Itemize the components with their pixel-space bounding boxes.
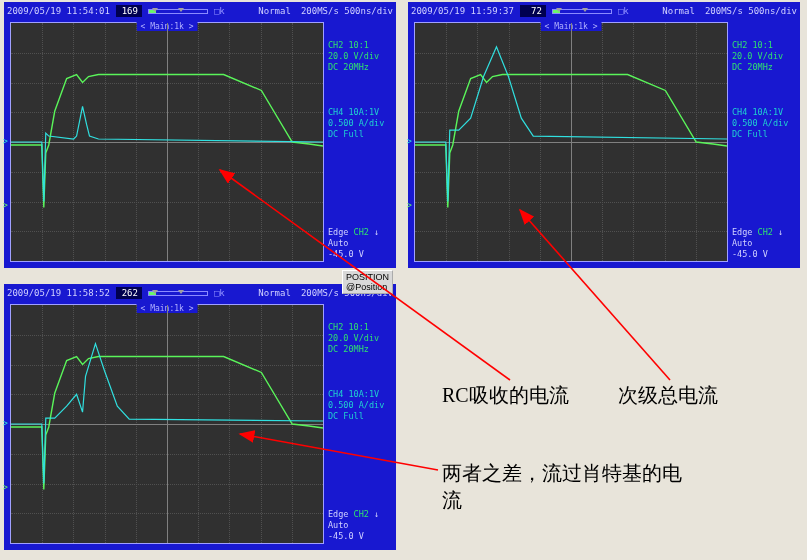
memory-bar (148, 9, 208, 14)
datetime-label: 2009/05/19 11:58:52 (7, 288, 110, 298)
mode-label: Normal (662, 6, 695, 16)
trig-level: -45.0 V (328, 249, 386, 260)
ch4-scale: 0.500 A/div (732, 118, 790, 129)
position-button[interactable]: POSITION @Position (342, 270, 393, 294)
plot-area: < Main:1k > (414, 22, 728, 262)
scope-header: 2009/05/19 11:54:01 169 □k Normal 200MS/… (4, 2, 396, 20)
ch2-info: CH2 10:1 20.0 V/div DC 20MHz (328, 40, 386, 73)
ch4-info: CH4 10A:1V 0.500 A/div DC Full (328, 107, 386, 140)
scope-top-right: 2009/05/19 11:59:37 72 □k Normal 200MS/s… (408, 2, 800, 268)
trig-slope-icon: ↓ (374, 227, 379, 237)
ch2-scale: 20.0 V/div (328, 51, 386, 62)
trigger-info: Edge CH2 ↓ Auto -45.0 V (732, 227, 790, 260)
ch-icon: □k (618, 6, 629, 16)
ch2-coupling: DC 20MHz (328, 62, 386, 73)
sample-label: 200MS/s 500ns/div (301, 6, 393, 16)
ch4-zero-marker (3, 419, 8, 428)
ch2-scale: 20.0 V/div (732, 51, 790, 62)
scope-header: 2009/05/19 11:58:52 262 □k Normal 200MS/… (4, 284, 396, 302)
ch4-scale: 0.500 A/div (328, 118, 386, 129)
ch4-zero-marker (407, 137, 412, 146)
side-panel: CH2 10:1 20.0 V/div DC 20MHz CH4 10A:1V … (728, 20, 790, 266)
trig-slope-icon: ↓ (374, 509, 379, 519)
ch2-label: CH2 10:1 (328, 322, 386, 333)
ch4-info: CH4 10A:1V 0.500 A/div DC Full (328, 389, 386, 422)
trig-slope-icon: ↓ (778, 227, 783, 237)
trig-auto: Auto (328, 520, 386, 531)
trig-level: -45.0 V (732, 249, 790, 260)
ch4-label: CH4 10A:1V (328, 389, 386, 400)
trig-auto: Auto (732, 238, 790, 249)
trig-ch: CH2 (354, 227, 369, 237)
plot-area: < Main:1k > (10, 22, 324, 262)
header-right: Normal 200MS/s 500ns/div (662, 6, 797, 16)
ch2-coupling: DC 20MHz (732, 62, 790, 73)
trig-mode: Edge (732, 227, 752, 237)
scope-header: 2009/05/19 11:59:37 72 □k Normal 200MS/s… (408, 2, 800, 20)
trig-ch: CH2 (758, 227, 773, 237)
ch4-scale: 0.500 A/div (328, 400, 386, 411)
acq-count: 169 (116, 5, 142, 17)
trig-auto: Auto (328, 238, 386, 249)
plot-area: < Main:1k > (10, 304, 324, 544)
ch2-info: CH2 10:1 20.0 V/div DC 20MHz (328, 322, 386, 355)
annotation-secondary: 次级总电流 (618, 382, 718, 409)
ch2-zero-marker (3, 201, 8, 210)
ch2-label: CH2 10:1 (732, 40, 790, 51)
side-panel: CH2 10:1 20.0 V/div DC 20MHz CH4 10A:1V … (324, 302, 386, 548)
ch4-coupling: DC Full (328, 129, 386, 140)
trigger-info: Edge CH2 ↓ Auto -45.0 V (328, 227, 386, 260)
sample-label: 200MS/s 500ns/div (705, 6, 797, 16)
datetime-label: 2009/05/19 11:59:37 (411, 6, 514, 16)
position-line1: POSITION (346, 272, 389, 282)
annotation-rc: RC吸收的电流 (442, 382, 569, 409)
ch-icon: □k (214, 288, 225, 298)
ch2-scale: 20.0 V/div (328, 333, 386, 344)
ch2-info: CH2 10:1 20.0 V/div DC 20MHz (732, 40, 790, 73)
ch-icon: □k (214, 6, 225, 16)
acq-count: 262 (116, 287, 142, 299)
mode-label: Normal (258, 288, 291, 298)
ch2-zero-marker (3, 483, 8, 492)
header-right: Normal 200MS/s 500ns/div (258, 6, 393, 16)
position-line2: @Position (346, 282, 389, 292)
waveforms (11, 305, 323, 543)
ch4-zero-marker (3, 137, 8, 146)
ch4-info: CH4 10A:1V 0.500 A/div DC Full (732, 107, 790, 140)
acq-count: 72 (520, 5, 546, 17)
trig-ch: CH2 (354, 509, 369, 519)
trig-mode: Edge (328, 509, 348, 519)
waveforms (11, 23, 323, 261)
memory-bar (552, 9, 612, 14)
trigger-info: Edge CH2 ↓ Auto -45.0 V (328, 509, 386, 542)
trig-level: -45.0 V (328, 531, 386, 542)
ch2-label: CH2 10:1 (328, 40, 386, 51)
ch4-label: CH4 10A:1V (732, 107, 790, 118)
trig-mode: Edge (328, 227, 348, 237)
ch2-zero-marker (407, 201, 412, 210)
datetime-label: 2009/05/19 11:54:01 (7, 6, 110, 16)
annotation-diff: 两者之差，流过肖特基的电流 (442, 460, 682, 514)
scope-bottom-left: 2009/05/19 11:58:52 262 □k Normal 200MS/… (4, 284, 396, 550)
side-panel: CH2 10:1 20.0 V/div DC 20MHz CH4 10A:1V … (324, 20, 386, 266)
ch4-coupling: DC Full (328, 411, 386, 422)
scope-top-left: 2009/05/19 11:54:01 169 □k Normal 200MS/… (4, 2, 396, 268)
ch2-coupling: DC 20MHz (328, 344, 386, 355)
memory-bar (148, 291, 208, 296)
ch4-coupling: DC Full (732, 129, 790, 140)
mode-label: Normal (258, 6, 291, 16)
waveforms (415, 23, 727, 261)
ch4-label: CH4 10A:1V (328, 107, 386, 118)
